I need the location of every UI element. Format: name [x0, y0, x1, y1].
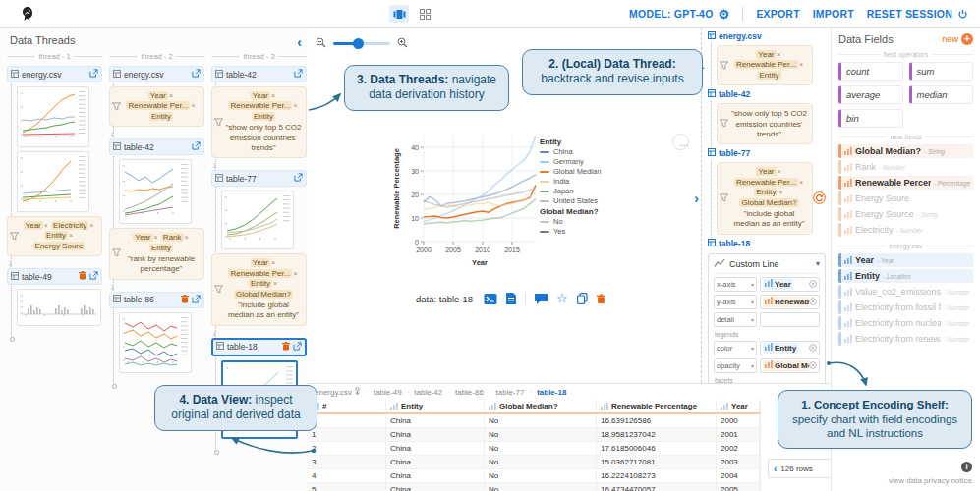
zoom-out-icon[interactable]	[316, 34, 326, 52]
chart-type-selector[interactable]: Custom Line▾	[714, 257, 820, 274]
table-card-table-42[interactable]: table-42	[211, 66, 307, 82]
chart-more-button[interactable]: …	[672, 134, 689, 150]
remove-field-icon[interactable]: ×	[89, 222, 93, 229]
data-tab-table-86[interactable]: table-86	[455, 388, 484, 397]
field-chip[interactable]: Energy Soure	[33, 242, 86, 250]
field-chip-energy-soure[interactable]: Energy Soure	[838, 191, 973, 205]
encoding-slot-detail[interactable]	[760, 312, 820, 327]
remove-field-icon[interactable]: ×	[799, 61, 803, 68]
zoom-slider-knob[interactable]	[353, 38, 364, 49]
remove-field-icon[interactable]: ×	[191, 102, 195, 109]
remove-field-icon[interactable]: ×	[169, 92, 173, 99]
channel-select-color[interactable]: color▾	[714, 341, 757, 355]
open-table-icon[interactable]	[294, 173, 303, 184]
remove-encoding-icon[interactable]	[809, 361, 817, 369]
field-chip-energy-source[interactable]: Energy Source- String	[838, 207, 973, 221]
row-count-pager[interactable]: ‹ 126 rows	[768, 459, 831, 478]
field-chip[interactable]: Year	[756, 50, 776, 59]
chart-thumbnail[interactable]	[119, 159, 192, 224]
operator-chip-median[interactable]: median	[909, 85, 974, 104]
table-card-table-42[interactable]: table-42	[109, 138, 204, 155]
table-card-energy.csv[interactable]: energy.csv	[109, 66, 204, 82]
zoom-slider[interactable]	[333, 42, 390, 45]
sort-icon[interactable]	[390, 403, 398, 410]
field-chip[interactable]: Year	[24, 221, 43, 230]
table-card-table-77[interactable]: table-77	[211, 170, 307, 187]
encoding-slot-x-axis[interactable]: Year	[760, 277, 820, 292]
new-field-button[interactable]: new +	[942, 33, 973, 45]
table-card-table-18[interactable]: table-18	[211, 338, 307, 356]
field-chip[interactable]: Renewable Per...	[228, 269, 292, 278]
table-card-table-86[interactable]: table-86	[109, 292, 204, 308]
carousel-view-toggle[interactable]	[389, 5, 409, 23]
field-chip[interactable]: Global Median?	[234, 290, 293, 299]
field-chip-electricity-from-renewables-[interactable]: Electricity from renewables ...- Number	[838, 332, 973, 346]
field-chip[interactable]: Entity	[757, 71, 780, 80]
field-chip[interactable]: Entity	[149, 244, 173, 252]
table-link-energy.csv[interactable]: energy.csv	[708, 30, 826, 42]
column-header-year[interactable]: Year	[717, 400, 760, 412]
field-chip[interactable]: Renewable Per...	[734, 60, 798, 69]
reset-session-button[interactable]: RESET SESSION	[867, 8, 968, 20]
code-terminal-icon[interactable]	[484, 294, 497, 304]
duplicate-icon[interactable]	[577, 293, 588, 304]
model-selector[interactable]: MODEL: GPT-4O ⚙	[629, 8, 729, 21]
export-button[interactable]: EXPORT	[756, 8, 799, 20]
field-chip[interactable]: Year	[756, 167, 776, 176]
remove-field-icon[interactable]: ×	[293, 270, 297, 277]
delete-chart-icon[interactable]	[597, 294, 605, 304]
column-header-renewable-percentage[interactable]: Renewable Percentage	[597, 400, 717, 412]
table-card-energy.csv[interactable]: energy.csv	[7, 66, 102, 82]
column-header--[interactable]: #	[308, 400, 386, 412]
remove-encoding-icon[interactable]	[809, 344, 817, 352]
table-link-table-42[interactable]: table-42	[708, 88, 826, 100]
encoded-field-chip[interactable]: Year	[763, 279, 793, 290]
chart-thumbnail[interactable]	[17, 289, 101, 326]
column-header-global-median-[interactable]: Global Median?	[485, 400, 597, 412]
field-chip[interactable]: Year	[133, 233, 152, 242]
grid-view-toggle[interactable]	[415, 5, 434, 23]
remove-field-icon[interactable]: ×	[271, 92, 275, 99]
open-table-icon[interactable]	[89, 271, 98, 282]
field-chip-global-median-[interactable]: Global Median?- String	[838, 144, 973, 158]
operator-chip-average[interactable]: average	[838, 85, 903, 104]
sort-icon[interactable]	[721, 403, 728, 410]
encoded-field-chip[interactable]: Global Median?	[763, 360, 809, 371]
chart-thumbnail[interactable]	[17, 86, 89, 147]
field-chip[interactable]: Renewable Per...	[228, 101, 292, 110]
table-card-table-49[interactable]: table-49	[7, 268, 102, 285]
field-chip[interactable]: Entity	[754, 188, 778, 196]
data-tab-table-77[interactable]: table-77	[496, 388, 525, 397]
field-chip-entity[interactable]: Entity- Location	[838, 269, 973, 283]
remove-field-icon[interactable]: ×	[69, 232, 73, 239]
data-tab-energy.csv[interactable]: energy.csv	[315, 387, 361, 397]
remove-field-icon[interactable]: ×	[154, 234, 158, 241]
encoded-field-chip[interactable]: Entity	[763, 343, 798, 354]
channel-select-x-axis[interactable]: x-axis▾	[714, 277, 757, 292]
remove-field-icon[interactable]: ×	[44, 222, 48, 229]
data-tab-table-18[interactable]: table-18	[537, 388, 566, 397]
privacy-notice-link[interactable]: view data privacy notice	[889, 476, 972, 485]
operator-chip-bin[interactable]: bin	[838, 109, 903, 128]
sort-icon[interactable]	[601, 403, 608, 410]
table-row[interactable]: 5ChinaNo16.47344700572005	[308, 483, 760, 491]
concept-card[interactable]: "show only top 5 CO2 emission countries'…	[717, 103, 813, 144]
remove-field-icon[interactable]: ×	[799, 179, 803, 186]
field-chip-electricity[interactable]: Electricity- Number	[838, 223, 973, 237]
channel-select-y-axis[interactable]: y-axis▾	[714, 295, 757, 309]
table-link-table-77[interactable]: table-77	[708, 147, 826, 159]
remove-field-icon[interactable]: ×	[778, 51, 781, 58]
channel-select-detail[interactable]: detail▾	[714, 312, 757, 327]
field-chip[interactable]: Entity	[149, 112, 173, 121]
favorite-star-icon[interactable]: ☆	[556, 294, 568, 303]
field-chip-electricity-from-nuclear-t-[interactable]: Electricity from nuclear (T...- Number	[838, 316, 973, 330]
remove-encoding-icon[interactable]	[809, 280, 817, 288]
chart-thumbnail[interactable]	[17, 151, 89, 212]
field-chip[interactable]: Year	[251, 91, 270, 100]
next-chart-chevron-icon[interactable]: ›	[694, 191, 699, 206]
data-tab-table-42[interactable]: table-42	[414, 388, 442, 397]
field-chip[interactable]: Rank	[161, 233, 184, 242]
field-chip-value-co2-emissions-kt-by-[interactable]: Value_co2_emissions_kt_by...- Number	[838, 285, 973, 299]
concept-card[interactable]: Year× Renewable Per...× Entity× Global M…	[211, 253, 307, 325]
field-chip[interactable]: Electricity	[51, 221, 88, 230]
